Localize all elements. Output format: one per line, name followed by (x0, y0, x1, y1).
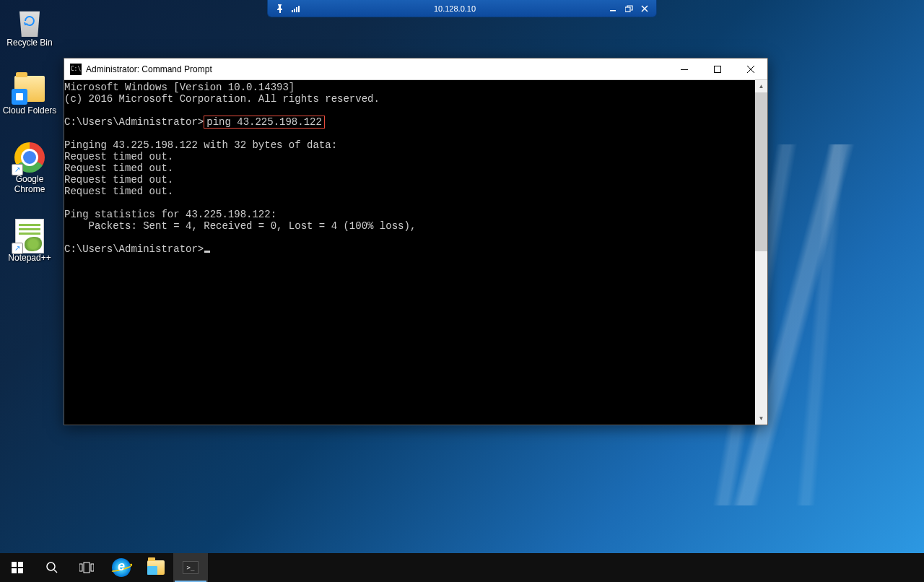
rdp-minimize-button[interactable] (606, 3, 620, 14)
svg-rect-5 (625, 7, 630, 12)
cmd-line: Request timed out. (64, 174, 173, 186)
svg-rect-12 (18, 568, 23, 573)
svg-rect-11 (12, 568, 17, 573)
command-prompt-window[interactable]: C:\ Administrator: Command Prompt Micros… (64, 58, 768, 425)
svg-rect-15 (79, 564, 82, 571)
cmd-line: Ping statistics for 43.225.198.122: (64, 209, 276, 220)
cmd-titlebar[interactable]: C:\ Administrator: Command Prompt (64, 58, 767, 80)
file-explorer-icon (147, 560, 165, 575)
svg-rect-1 (294, 9, 295, 12)
rdp-ip-label: 10.128.0.10 (308, 4, 601, 13)
recycle-bin-label: Recycle Bin (6, 38, 52, 48)
ie-icon (112, 558, 131, 577)
shortcut-arrow-icon: ↗ (12, 164, 23, 175)
cmd-body-wrap: Microsoft Windows [Version 10.0.14393] (… (64, 80, 767, 425)
scroll-thumb[interactable] (755, 92, 767, 251)
cmd-close-button[interactable] (734, 58, 767, 79)
cmd-line: Request timed out. (64, 151, 173, 162)
scroll-down-button[interactable]: ▼ (755, 412, 767, 425)
svg-rect-2 (296, 7, 297, 12)
cmd-prompt: C:\Users\Administrator> (64, 116, 204, 128)
notepadpp-label: Notepad++ (8, 253, 51, 263)
cmd-window-controls (668, 58, 767, 79)
chrome-icon[interactable]: ↗ Google Chrome (1, 139, 58, 198)
rdp-connection-bar[interactable]: 10.128.0.10 (267, 0, 657, 17)
recycle-bin-image (14, 6, 45, 36)
chrome-image: ↗ (14, 142, 45, 173)
cmd-maximize-button[interactable] (701, 58, 734, 79)
highlighted-command: ping 43.225.198.122 (204, 116, 325, 129)
rdp-restore-button[interactable] (622, 3, 636, 14)
cmd-window-icon: C:\ (70, 64, 82, 75)
cloud-folders-image (14, 74, 45, 104)
svg-rect-9 (12, 562, 17, 567)
rdp-close-button[interactable] (637, 3, 652, 14)
cloud-folders-icon[interactable]: Cloud Folders (1, 71, 58, 118)
pin-icon[interactable] (275, 4, 285, 14)
cmd-scrollbar[interactable]: ▲ ▼ (755, 80, 767, 425)
svg-rect-0 (292, 10, 293, 12)
cmd-line: (c) 2016 Microsoft Corporation. All righ… (64, 93, 380, 105)
desktop-icons-area: Recycle Bin Cloud Folders ↗ Google Chrom… (1, 3, 58, 266)
rdp-bar-left (268, 4, 308, 14)
cmd-terminal-output[interactable]: Microsoft Windows [Version 10.0.14393] (… (64, 80, 755, 425)
cmd-line: Request timed out. (64, 162, 173, 174)
cmd-line: Packets: Sent = 4, Received = 0, Lost = … (64, 220, 416, 232)
taskbar-cmd-button[interactable]: >_ (173, 553, 208, 582)
cloud-folders-label: Cloud Folders (3, 105, 57, 116)
svg-rect-3 (298, 6, 300, 12)
svg-rect-17 (91, 564, 94, 571)
cmd-line: Microsoft Windows [Version 10.0.14393] (64, 82, 295, 93)
svg-rect-6 (16, 93, 23, 100)
signal-icon (291, 4, 301, 14)
taskbar-explorer-button[interactable] (139, 553, 173, 582)
desktop: 10.128.0.10 Recycle Bin Cloud Folders ↗ (0, 0, 924, 582)
svg-rect-7 (681, 69, 688, 70)
cmd-taskbar-icon: >_ (183, 561, 199, 574)
svg-rect-10 (18, 562, 23, 567)
cmd-prompt: C:\Users\Administrator> (64, 243, 204, 255)
svg-rect-16 (84, 563, 90, 573)
svg-rect-8 (715, 66, 721, 72)
cmd-line: Pinging 43.225.198.122 with 32 bytes of … (64, 139, 337, 151)
shortcut-arrow-icon: ↗ (12, 243, 23, 254)
cmd-window-title: Administrator: Command Prompt (86, 64, 668, 74)
svg-line-14 (54, 570, 57, 573)
svg-rect-4 (610, 10, 616, 12)
task-view-button[interactable] (69, 553, 104, 582)
notepadpp-icon[interactable]: ↗ Notepad++ (1, 218, 58, 266)
scroll-up-button[interactable]: ▲ (755, 80, 767, 92)
svg-point-13 (47, 563, 55, 570)
search-button[interactable] (35, 553, 69, 582)
notepadpp-image: ↗ (14, 221, 45, 251)
cmd-cursor (204, 251, 210, 253)
taskbar[interactable]: >_ (0, 553, 924, 582)
taskbar-ie-button[interactable] (104, 553, 139, 582)
start-button[interactable] (0, 553, 35, 582)
cmd-line: Request timed out. (64, 186, 173, 197)
recycle-bin-icon[interactable]: Recycle Bin (1, 3, 58, 51)
cmd-minimize-button[interactable] (668, 58, 701, 79)
rdp-bar-controls (601, 3, 656, 14)
chrome-label: Google Chrome (1, 174, 58, 195)
